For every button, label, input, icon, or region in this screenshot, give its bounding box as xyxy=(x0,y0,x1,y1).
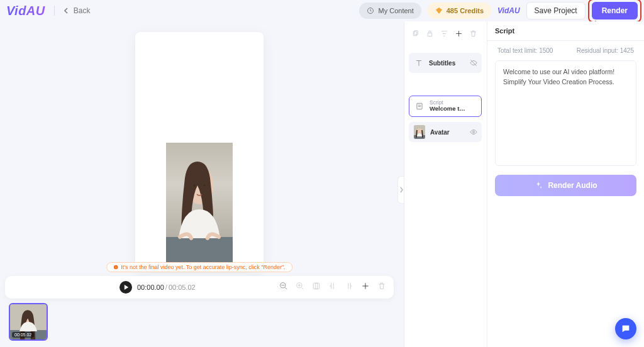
svg-point-4 xyxy=(203,184,205,186)
svg-rect-2 xyxy=(166,237,233,262)
my-content-button[interactable]: My Content xyxy=(359,3,421,19)
play-icon xyxy=(124,285,129,290)
add-layer-button[interactable] xyxy=(455,29,463,40)
scene-thumbnail[interactable]: 00:05.02 xyxy=(9,303,48,341)
lock-layer-button[interactable] xyxy=(426,29,434,40)
layers-panel: Subtitles Script Welcome to u... Avatar xyxy=(404,21,487,347)
collapse-panel-button[interactable] xyxy=(397,176,404,204)
svg-point-21 xyxy=(473,131,475,133)
render-tip: It's not the final video yet. To get acc… xyxy=(106,262,292,272)
text-icon xyxy=(414,58,424,68)
visibility-off-icon[interactable] xyxy=(469,58,478,67)
canvas-area: It's not the final video yet. To get acc… xyxy=(5,29,394,273)
chevron-left-icon xyxy=(64,8,70,14)
mini-logo: VidAU xyxy=(497,6,520,15)
svg-rect-10 xyxy=(313,283,319,289)
sparkle-icon xyxy=(534,181,543,190)
play-button[interactable] xyxy=(119,281,132,294)
timeline-bar: 00:00.00/00:05.02 xyxy=(5,276,394,299)
filter-layer-button[interactable] xyxy=(440,29,448,40)
scene-strip: 00:05.02 xyxy=(9,303,48,341)
help-chat-button[interactable] xyxy=(615,318,636,339)
diamond-icon xyxy=(435,7,443,14)
divider xyxy=(54,6,55,16)
clock-icon xyxy=(367,7,374,14)
time-display: 00:00.00/00:05.02 xyxy=(137,284,196,291)
delete-scene-button[interactable] xyxy=(377,282,386,293)
zoom-in-button[interactable] xyxy=(296,282,304,293)
header: VidAU Back My Content 485 Credits VidAU … xyxy=(0,0,644,21)
video-frame xyxy=(166,143,233,262)
svg-point-20 xyxy=(417,128,422,133)
script-icon xyxy=(414,101,425,111)
layer-kind: Script xyxy=(430,100,467,106)
svg-point-3 xyxy=(193,184,195,186)
split-right-button[interactable] xyxy=(345,282,353,293)
fit-button[interactable] xyxy=(312,282,321,293)
layers-toolbar xyxy=(409,26,482,45)
script-panel: Script Total text limit: 1500 Residual i… xyxy=(487,21,644,347)
script-textarea[interactable]: Welcome to use our AI video platform! Si… xyxy=(495,60,636,166)
zoom-out-button[interactable] xyxy=(279,282,288,293)
info-icon xyxy=(113,265,118,270)
svg-rect-11 xyxy=(315,283,318,289)
back-label: Back xyxy=(74,6,91,15)
video-preview[interactable]: It's not the final video yet. To get acc… xyxy=(135,32,264,270)
svg-rect-17 xyxy=(417,103,422,109)
delete-layer-button[interactable] xyxy=(469,29,477,40)
split-left-button[interactable] xyxy=(328,282,337,293)
layer-preview: Welcome to u... xyxy=(430,106,467,112)
my-content-label: My Content xyxy=(378,7,413,14)
script-panel-title: Script xyxy=(487,21,644,40)
avatar-illustration xyxy=(166,143,233,262)
layer-label: Subtitles xyxy=(429,60,455,67)
layer-subtitles[interactable]: Subtitles xyxy=(409,53,482,73)
visibility-on-icon[interactable] xyxy=(469,128,478,136)
svg-rect-14 xyxy=(413,31,416,36)
credits-pill[interactable]: 485 Credits xyxy=(428,3,491,19)
scene-duration: 00:05.02 xyxy=(12,332,34,338)
layer-label: Avatar xyxy=(430,129,450,136)
credits-value: 485 Credits xyxy=(447,7,484,14)
save-project-button[interactable]: Save Project xyxy=(526,2,586,19)
chat-icon xyxy=(621,324,631,334)
copy-layer-button[interactable] xyxy=(411,29,419,40)
right-panel: Subtitles Script Welcome to u... Avatar xyxy=(404,21,644,347)
logo: VidAU xyxy=(6,4,45,18)
svg-rect-6 xyxy=(116,267,116,268)
layer-avatar[interactable]: Avatar xyxy=(409,122,482,142)
residual-input: Residual input: 1425 xyxy=(577,47,634,54)
svg-rect-16 xyxy=(428,33,432,36)
add-scene-button[interactable] xyxy=(361,282,370,293)
layer-script[interactable]: Script Welcome to u... xyxy=(409,96,482,117)
svg-rect-15 xyxy=(414,31,418,35)
svg-rect-7 xyxy=(116,266,116,267)
back-button[interactable]: Back xyxy=(64,6,91,15)
render-button[interactable]: Render xyxy=(592,2,638,19)
avatar-thumbnail xyxy=(414,125,425,139)
total-text-limit: Total text limit: 1500 xyxy=(497,47,553,54)
render-audio-button[interactable]: Render Audio xyxy=(495,175,636,196)
